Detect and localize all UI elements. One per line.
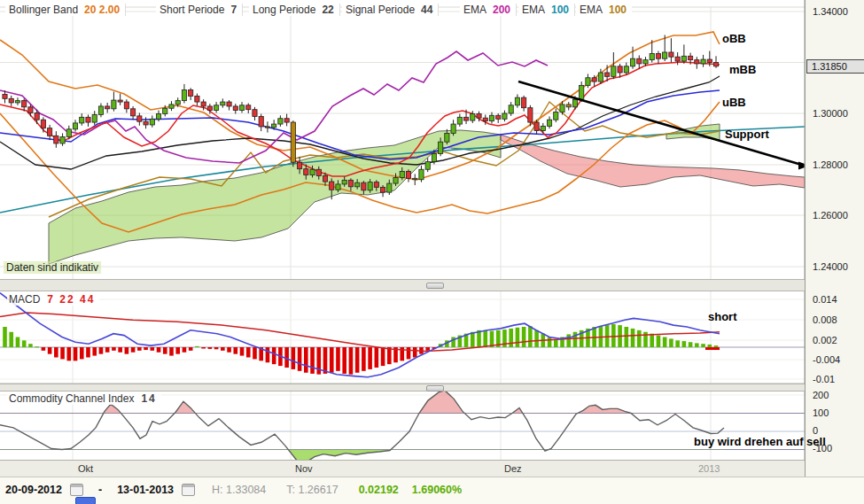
macd-hist-bar (253, 347, 257, 359)
macd-panel-header: MACD7 22 44 (7, 293, 99, 306)
month-label: 2013 (698, 463, 720, 474)
annotation-ubb[interactable]: uBB (722, 96, 746, 109)
macd-hist-bar (625, 327, 629, 347)
macd-hist-bar (74, 347, 78, 361)
axis-tick-label: -0.01 (813, 374, 835, 384)
macd-hist-bar (54, 347, 58, 357)
macd-hist-bar (637, 330, 642, 347)
date-to-value[interactable]: 13-01-2013 (117, 484, 174, 496)
axis-tick-label: 1.28000 (813, 159, 848, 170)
macd-hist-bar (708, 345, 712, 347)
indicator-signal-periode[interactable]: Signal Periode44 (342, 4, 439, 16)
indicator-label: Signal Periode (346, 4, 415, 16)
month-label: Nov (295, 463, 313, 474)
macd-hist-bar (48, 347, 52, 354)
macd-hist-bar (675, 340, 680, 347)
splitter-main-macd[interactable] (0, 279, 864, 291)
macd-hist-bar (663, 337, 667, 347)
macd-hist-bar (92, 347, 97, 356)
macd-hist-bar (425, 347, 430, 351)
macd-hist-bar (516, 328, 520, 347)
indicator-params: 22 (322, 4, 333, 16)
time-axis: OktNovDez2013 (0, 460, 864, 477)
indicator-long-periode[interactable]: Long Periode22 (249, 4, 340, 16)
macd-hist-bar (381, 347, 385, 366)
date-from-value[interactable]: 20-09-2012 (5, 484, 62, 496)
disclaimer-text: Daten sind indikativ (4, 261, 101, 274)
indicator-bollinger[interactable]: Bollinger Band20 2.00 (5, 4, 126, 16)
macd-hist-bar (522, 327, 526, 347)
macd-hist-bar (534, 330, 539, 347)
indicator-params: 100 (609, 4, 627, 16)
macd-hist-bar (669, 338, 673, 347)
axis-tick-label: 1.24000 (813, 261, 848, 272)
indicator-label: EMA (580, 4, 603, 16)
indicator-label: Short Periode (160, 4, 224, 16)
macd-hist-bar (150, 347, 154, 351)
indicator-ema-200[interactable]: EMA200 (460, 4, 517, 16)
splitter-macd-cci[interactable] (0, 384, 864, 392)
macd-hist-bar (304, 347, 308, 373)
macd-hist-bar (195, 346, 199, 347)
macd-hist-bar (125, 347, 129, 354)
macd-hist-bar (169, 347, 174, 356)
macd-hist-bar (227, 347, 231, 353)
macd-hist-bar (266, 347, 270, 362)
axis-tick-label: 1.30000 (813, 108, 848, 119)
axis-tick-label: 100 (813, 407, 829, 418)
indicator-params: 200 (493, 4, 510, 16)
indicator-ema-100-teal[interactable]: EMA100 (518, 4, 575, 16)
macd-hist-bar (714, 345, 719, 347)
calendar-icon[interactable] (182, 484, 195, 496)
axis-tick-label: 1.34000 (813, 6, 848, 17)
macd-hist-bar (9, 332, 13, 347)
annotation-short[interactable]: short (708, 310, 737, 323)
macd-params: 7 22 44 (47, 293, 95, 306)
macd-hist-bar (131, 347, 136, 353)
axis-tick-label: 0.002 (813, 335, 837, 345)
macd-hist-bar (413, 347, 417, 357)
macd-hist-bar (342, 347, 346, 374)
cci-panel-header: Commodity Channel Index14 (7, 392, 161, 405)
macd-hist-bar (214, 347, 219, 349)
macd-hist-bar (175, 347, 180, 354)
annotation-obb[interactable]: oBB (722, 32, 746, 45)
macd-hist-bar (362, 347, 366, 371)
indicator-params: 44 (421, 4, 432, 16)
macd-hist-bar (99, 347, 104, 354)
indicator-ema-100-yellow[interactable]: EMA100 (576, 4, 632, 16)
macd-hist-bar (631, 329, 635, 347)
axis-tick-label: -0.004 (813, 354, 840, 365)
macd-hist-bar (336, 347, 340, 371)
indicator-short-periode[interactable]: Short Periode7 (156, 4, 243, 16)
month-label: Okt (78, 463, 93, 474)
date-separator: - (98, 484, 102, 496)
macd-hist-bar (35, 346, 39, 347)
annotation-mbb[interactable]: mBB (729, 63, 756, 76)
macd-hist-bar (201, 347, 206, 349)
macd-hist-bar (157, 347, 161, 353)
macd-hist-bar (323, 347, 328, 374)
splitter-grip-icon[interactable] (426, 385, 444, 392)
period-high: H: 1.33084 (212, 484, 266, 496)
scrollbar-thumb[interactable] (75, 497, 96, 504)
month-label: Dez (504, 463, 522, 474)
indicator-params: 20 2.00 (84, 4, 120, 16)
macd-hist-bar (221, 347, 225, 351)
calendar-icon[interactable] (70, 484, 83, 496)
annotation-support[interactable]: Support (725, 128, 769, 141)
macd-hist-bar (375, 347, 379, 368)
indicator-label: EMA (463, 4, 486, 16)
macd-hist-bar (407, 347, 411, 359)
macd-hist-bar (650, 334, 654, 347)
indicator-label: Long Periode (253, 4, 315, 16)
cci-label: Commodity Channel Index (9, 392, 134, 405)
axis-tick-label: 0.008 (813, 314, 837, 325)
price-axis: 1.31850 1.340001.300001.280001.260001.24… (805, 0, 864, 477)
macd-hist-bar (137, 347, 142, 351)
annotation-buy-sell[interactable]: buy wird drehen auf sell (694, 435, 826, 448)
macd-hist-bar (22, 340, 27, 347)
macd-hist-bar (548, 337, 552, 347)
splitter-grip-icon[interactable] (426, 283, 444, 289)
period-change-pct: 1.69060% (412, 484, 462, 496)
